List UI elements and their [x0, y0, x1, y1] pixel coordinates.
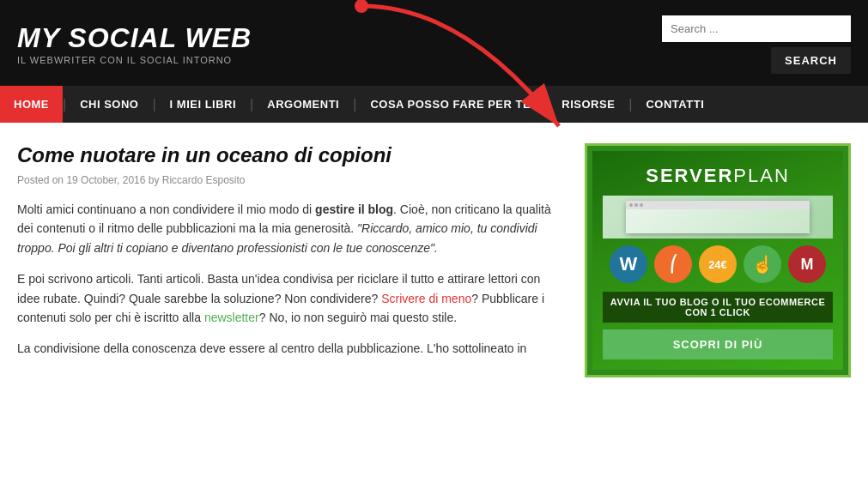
ad-logo-plan: PLAN [733, 165, 789, 186]
bold-text-1: gestire il blog [315, 202, 393, 216]
nav-item-argomenti[interactable]: ARGOMENTI [253, 86, 353, 123]
sidebar: SERVERPLAN W ⎛ [585, 143, 851, 377]
nav-item-chi-sono[interactable]: CHI SONO [66, 86, 152, 123]
paragraph-1: Molti amici continuano a non condividere… [17, 200, 559, 257]
dot-1 [629, 203, 633, 207]
wordpress-icon: W [610, 245, 647, 283]
magento-icon: M [788, 245, 826, 283]
dot-2 [634, 203, 638, 207]
nav-item-risorse[interactable]: RISORSE [548, 86, 628, 123]
nav-item-contatti[interactable]: CONTATTI [632, 86, 718, 123]
link-scrivere-meno[interactable]: Scrivere di meno [381, 292, 471, 305]
hand-icon: ☝ [744, 245, 781, 283]
ad-screenshot [603, 196, 833, 238]
italic-text-1: "Riccardo, amico mio, tu condividi tropp… [17, 221, 537, 254]
dot-3 [640, 203, 643, 207]
article-body: Molti amici continuano a non condividere… [17, 200, 559, 359]
content-area: Come nuotare in un oceano di copioni Pos… [17, 143, 559, 377]
search-input[interactable] [662, 15, 851, 42]
link-newsletter[interactable]: newsletter [204, 311, 259, 324]
nav: HOME | CHI SONO | I MIEI LIBRI | ARGOMEN… [0, 86, 868, 123]
ad-box: SERVERPLAN W ⎛ [585, 143, 851, 377]
ad-inner: SERVERPLAN W ⎛ [592, 151, 843, 370]
header: MY SOCIAL WEB IL WEBWRITER CON IL SOCIAL… [0, 0, 868, 86]
fake-browser [626, 201, 810, 233]
paragraph-2: E poi scrivono articoli. Tanti articoli.… [17, 269, 559, 327]
site-title-block: MY SOCIAL WEB IL WEBWRITER CON IL SOCIAL… [17, 24, 252, 65]
paragraph-3: La condivisione della conoscenza deve es… [17, 339, 559, 358]
site-subtitle: IL WEBWRITER CON IL SOCIAL INTORNO [17, 55, 252, 65]
fake-browser-bar [626, 201, 810, 209]
joomla-icon: ⎛ [654, 245, 692, 283]
ad-logo: SERVERPLAN [603, 165, 833, 187]
search-button[interactable]: SEARCH [771, 47, 851, 74]
price-badge: 24€ [699, 245, 737, 283]
article-meta: Posted on 19 October, 2016 by Riccardo E… [17, 174, 559, 186]
site-title: MY SOCIAL WEB [17, 24, 252, 51]
price-value: 24€ [708, 259, 727, 270]
nav-item-home[interactable]: HOME [0, 86, 63, 123]
nav-item-libri[interactable]: I MIEI LIBRI [156, 86, 251, 123]
nav-item-cosa[interactable]: COSA POSSO FARE PER TE [356, 86, 544, 123]
ad-icons-row: W ⎛ 24€ ☝ M [603, 245, 833, 283]
main: Come nuotare in un oceano di copioni Pos… [0, 123, 868, 398]
fake-browser-content [626, 209, 810, 233]
ad-tagline: AVVIA IL TUO BLOG O IL TUO ECOMMERCE CON… [603, 292, 833, 323]
search-area: SEARCH [662, 15, 851, 74]
article-title: Come nuotare in un oceano di copioni [17, 143, 559, 167]
ad-cta-button[interactable]: SCOPRI DI PIÙ [603, 329, 833, 359]
